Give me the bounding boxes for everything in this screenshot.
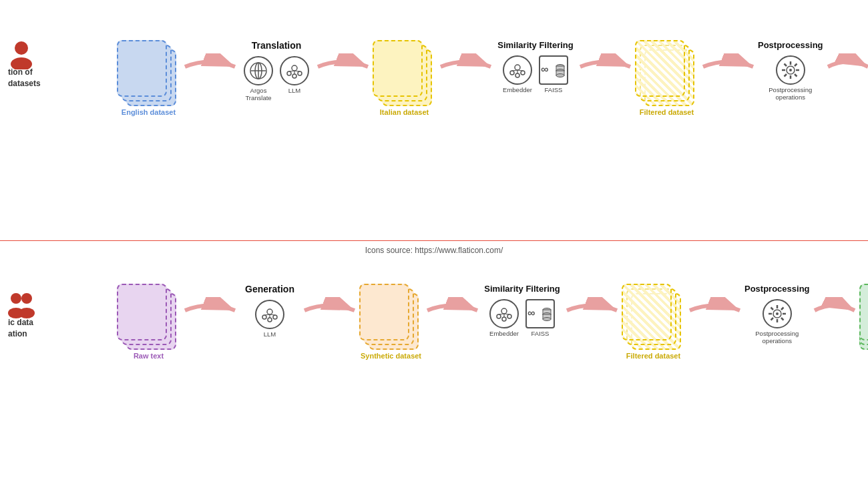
synthetic-dataset-step: Synthetic dataset: [359, 284, 423, 360]
svg-line-37: [784, 64, 787, 67]
svg-point-72: [776, 312, 779, 315]
filtered-dataset-top: Filtered dataset: [635, 40, 698, 116]
section-divider: [0, 240, 868, 241]
argos-icon: [244, 56, 273, 85]
svg-line-51: [264, 314, 270, 315]
arrow1-top: [182, 37, 238, 80]
svg-point-47: [267, 309, 272, 314]
similarity-title-top: Similarity Filtering: [497, 40, 573, 50]
similarity-icons-top: Embedder ∞: [503, 55, 568, 93]
svg-point-68: [543, 318, 551, 321]
svg-line-22: [517, 70, 523, 71]
embedder-icon-bottom: [489, 299, 519, 328]
svg-point-8: [287, 71, 291, 75]
embedder-label-bottom: Embedder: [489, 330, 519, 337]
section-title-bottom: ic dataation: [8, 317, 101, 340]
svg-line-80: [771, 318, 773, 320]
postprocessing-label-top: Postprocessingoperations: [769, 86, 812, 101]
postprocessing-icon-group-bottom: Postprocessingoperations: [755, 299, 799, 345]
svg-point-56: [501, 308, 507, 314]
svg-line-13: [294, 71, 300, 71]
llm-label-bottom: LLM: [264, 330, 276, 338]
arrow1-bottom: [182, 280, 238, 324]
filtered-dataset-label-top: Filtered dataset: [640, 108, 694, 116]
final-dataset-stack-bottom: [859, 284, 868, 350]
svg-text:∞: ∞: [541, 63, 548, 75]
generation-icons: LLM: [255, 300, 284, 338]
postprocessing-bottom: Postprocessing: [744, 284, 810, 345]
svg-point-17: [510, 71, 514, 75]
svg-point-10: [298, 71, 302, 75]
arrow3-top: [437, 37, 494, 80]
embedder-label-top: Embedder: [503, 86, 532, 93]
llm-icon-top: [280, 56, 309, 85]
svg-line-79: [781, 308, 784, 310]
svg-line-77: [771, 308, 773, 310]
similarity-title-bottom: Similarity Filtering: [484, 284, 560, 294]
svg-point-32: [789, 69, 792, 71]
postprocessing-icon-bottom: [763, 299, 792, 328]
similarity-filtering-top: Similarity Filtering: [495, 40, 576, 93]
svg-point-7: [292, 65, 297, 71]
arrow6-top: [825, 37, 868, 80]
icon-source-text: Icons source: https://www.flaticon.com/: [365, 246, 503, 255]
llm-icon-group-bottom: LLM: [255, 300, 284, 338]
italian-dataset-step: Italian dataset: [373, 40, 436, 116]
final-dataset-bottom: Fi...: [859, 284, 868, 360]
generation-stage: Generation L: [240, 284, 300, 338]
generation-title: Generation: [245, 284, 294, 294]
filtered-dataset-stack-top: [635, 40, 698, 107]
arrow6-bottom: [811, 280, 858, 324]
english-dataset-stack: [117, 40, 180, 107]
bottom-pipeline: Raw text Generation: [117, 280, 868, 360]
postprocessing-icon-group-top: Postprocessingoperations: [769, 55, 812, 101]
svg-line-62: [504, 314, 509, 314]
top-pipeline: English dataset Translation: [117, 37, 868, 116]
llm-label-top: LLM: [288, 87, 300, 94]
svg-line-53: [270, 314, 275, 315]
svg-point-42: [11, 293, 21, 304]
postprocessing-icons-bottom: Postprocessingoperations: [755, 299, 799, 345]
raw-text-step: Raw text: [117, 284, 180, 360]
page-container: Icons source: https://www.flaticon.com/ …: [0, 0, 868, 488]
svg-point-59: [507, 314, 511, 318]
section-title-top: tion ofdatasets: [8, 67, 101, 89]
embedder-icon-top: [503, 55, 532, 85]
filtered-dataset-bottom: Filtered dataset: [622, 284, 685, 360]
svg-line-60: [499, 314, 504, 314]
faiss-icon-group-top: ∞ FAISS: [539, 55, 568, 93]
translation-stage: Translation ArgosTranslate: [240, 40, 313, 102]
synthetic-dataset-label: Synthetic dataset: [361, 352, 421, 360]
raw-text-stack: [117, 284, 180, 350]
svg-line-11: [289, 71, 294, 71]
italian-dataset-label: Italian dataset: [380, 108, 429, 116]
postprocessing-icons-top: Postprocessingoperations: [769, 55, 812, 101]
svg-point-18: [515, 73, 519, 77]
translation-title: Translation: [252, 40, 302, 51]
similarity-filtering-bottom: Similarity Filtering: [482, 284, 562, 337]
svg-point-0: [15, 41, 28, 55]
arrow5-top: [700, 37, 756, 80]
faiss-icon-bottom: ∞: [525, 299, 555, 328]
faiss-icon-top: ∞: [539, 55, 568, 85]
faiss-icon-group-bottom: ∞ FAISS: [525, 299, 555, 337]
svg-point-19: [521, 71, 525, 75]
faiss-label-top: FAISS: [545, 86, 563, 93]
svg-line-38: [795, 74, 797, 77]
arrow4-top: [577, 37, 634, 80]
svg-point-48: [262, 315, 266, 319]
svg-line-78: [781, 318, 784, 320]
synthetic-dataset-stack: [359, 284, 423, 350]
similarity-icons-bottom: Embedder ∞ FAISS: [489, 299, 555, 337]
section-title-bottom-text: ic dataation: [8, 318, 33, 338]
filtered-dataset-stack-bottom: [622, 284, 685, 350]
english-dataset-label: English dataset: [122, 108, 176, 116]
postprocessing-label-bottom: Postprocessingoperations: [755, 330, 799, 345]
svg-point-50: [273, 315, 277, 319]
svg-line-40: [784, 74, 787, 77]
embedder-icon-group-top: Embedder: [503, 55, 532, 93]
filtered-dataset-label-bottom: Filtered dataset: [626, 352, 680, 360]
svg-point-16: [515, 65, 520, 70]
svg-point-58: [502, 317, 506, 321]
svg-line-20: [512, 70, 517, 71]
